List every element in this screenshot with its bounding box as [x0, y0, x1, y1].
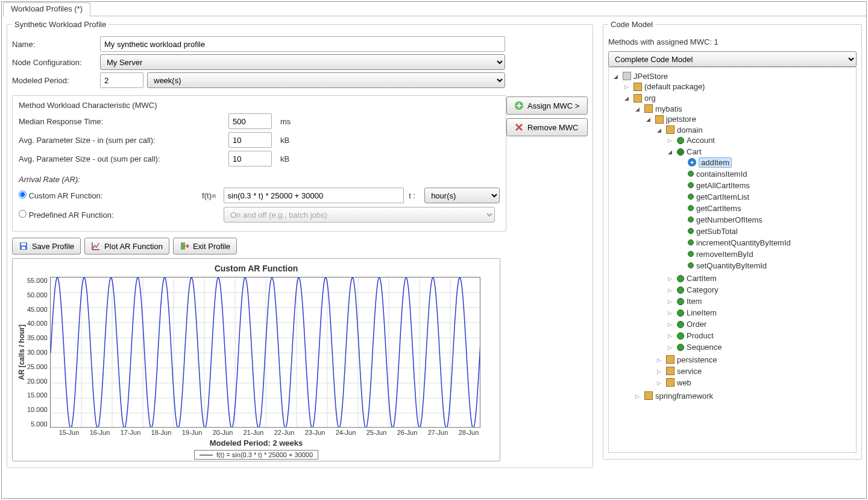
code-model-tree[interactable]: JPetStore (default package) org mybatis …: [608, 67, 857, 453]
mrt-label: Median Response Time:: [19, 117, 224, 126]
class-icon: [677, 332, 684, 340]
ft-input[interactable]: [224, 188, 404, 203]
pin-input[interactable]: [228, 132, 272, 148]
package-icon: [666, 355, 675, 364]
tree-class-order[interactable]: Order: [667, 320, 706, 329]
chart-xlabel: Modeled Period: 2 weeks: [16, 438, 496, 448]
tree-method-incrementQuantityByItemId[interactable]: incrementQuantityByItemId: [678, 238, 791, 247]
tree-method-getNumberOfItems[interactable]: getNumberOfItems: [678, 215, 763, 224]
period-value-input[interactable]: [100, 72, 143, 88]
tree-pkg-web[interactable]: web: [656, 378, 691, 387]
tree-pkg-service[interactable]: service: [656, 367, 702, 376]
app-window: Workload Profiles (*) Synthetic Workload…: [1, 1, 867, 499]
predef-ar-radio-label[interactable]: Predefined AR Function:: [19, 210, 181, 220]
nodecfg-select[interactable]: My Server: [100, 54, 505, 70]
tree-class-category[interactable]: Category: [667, 285, 719, 294]
mwc-count-status: Methods with assigned MWC: 1: [608, 37, 857, 46]
chart-legend: f(t) = sin(0.3 * t) * 25000 + 30000: [16, 450, 496, 460]
package-icon: [666, 367, 675, 375]
pin-label: Avg. Parameter Size - in (sum per call):: [19, 136, 224, 145]
method-icon: [688, 205, 694, 211]
tree-root-jpetstore[interactable]: JPetStore: [612, 72, 668, 81]
chart-icon: [91, 241, 101, 251]
code-model-legend: Code Model: [608, 20, 655, 29]
name-input[interactable]: [100, 36, 505, 52]
chart-ylabel: AR [calls / hour]: [16, 277, 27, 428]
tree-default-package[interactable]: (default package): [623, 82, 705, 91]
pin-unit: kB: [280, 136, 304, 145]
toolbar-row: Save Profile Plot AR Function Exit Profi…: [12, 238, 588, 255]
tree-class-sequence[interactable]: Sequence: [667, 343, 722, 352]
tree-method-addItem[interactable]: ✦addItem: [678, 157, 732, 168]
ar-title: Arrival Rate (AR):: [19, 175, 500, 184]
nodecfg-label: Node Configuration:: [12, 58, 96, 67]
tree-method-getCartItems[interactable]: getCartItems: [678, 204, 741, 213]
predef-ar-radio[interactable]: [19, 210, 27, 218]
package-icon: [666, 378, 675, 387]
method-icon: [688, 182, 694, 188]
package-icon: [644, 391, 653, 400]
tree-method-setQuantityByItemId[interactable]: setQuantityByItemId: [678, 261, 767, 270]
package-icon: [634, 94, 642, 103]
code-model-fieldset: Code Model Methods with assigned MWC: 1 …: [603, 20, 862, 460]
exit-profile-button[interactable]: Exit Profile: [173, 238, 237, 255]
tree-method-getSubTotal[interactable]: getSubTotal: [678, 227, 738, 236]
class-icon: [677, 286, 684, 294]
class-icon: [677, 148, 684, 156]
package-icon: [634, 83, 642, 91]
right-pane: Code Model Methods with assigned MWC: 1 …: [598, 16, 867, 498]
tree-class-cartitem[interactable]: CartItem: [667, 274, 717, 283]
chart-yticks: 55.00050.00045.00040.00035.00030.00025.0…: [27, 277, 50, 428]
remove-mwc-button[interactable]: Remove MWC: [506, 118, 588, 136]
tree-class-cart[interactable]: Cart: [667, 147, 702, 156]
save-profile-button[interactable]: Save Profile: [12, 238, 81, 255]
package-icon: [644, 104, 653, 113]
t-unit-select[interactable]: hour(s): [424, 188, 500, 203]
tree-method-containsItemId[interactable]: containsItemId: [678, 169, 747, 179]
tree-pkg-jpetstore[interactable]: jpetstore: [645, 115, 696, 124]
tree-method-getCartItemList[interactable]: getCartItemList: [678, 192, 749, 201]
pout-unit: kB: [280, 154, 304, 163]
tree-method-removeItemById[interactable]: removeItemById: [678, 250, 753, 259]
t-label: t :: [409, 191, 420, 200]
class-icon: [677, 275, 684, 282]
class-icon: [677, 137, 684, 144]
code-model-select[interactable]: Complete Code Model: [608, 51, 857, 67]
left-pane: Synthetic Workload Profile Name: Node Co…: [2, 16, 598, 498]
period-unit-select[interactable]: week(s): [147, 72, 505, 88]
chart-title: Custom AR Function: [16, 264, 496, 273]
tab-bar: Workload Profiles (*): [2, 2, 866, 16]
pout-input[interactable]: [228, 151, 272, 166]
x-icon: [514, 122, 524, 132]
custom-ar-radio-label[interactable]: Custom AR Function:: [19, 191, 181, 200]
tab-workload-profiles[interactable]: Workload Profiles (*): [3, 2, 90, 16]
method-icon: [688, 217, 694, 223]
tree-class-product[interactable]: Product: [667, 331, 714, 340]
tree-pkg-persistence[interactable]: persistence: [656, 355, 717, 364]
tree-pkg-mybatis[interactable]: mybatis: [634, 104, 682, 113]
package-icon: [666, 125, 675, 134]
profile-legend: Synthetic Workload Profile: [12, 20, 108, 29]
custom-ar-radio[interactable]: [19, 191, 27, 198]
package-icon: [655, 115, 664, 124]
tree-method-getAllCartItems[interactable]: getAllCartItems: [678, 181, 750, 190]
tree-pkg-domain[interactable]: domain: [656, 125, 703, 134]
exit-icon: [180, 241, 189, 251]
tree-class-account[interactable]: Account: [667, 136, 715, 145]
method-icon: [688, 171, 694, 177]
tree-class-item[interactable]: Item: [667, 297, 702, 306]
ft-label: f(t)=: [186, 191, 216, 200]
predef-select: On and off (e.g., batch jobs): [224, 207, 495, 223]
class-icon: [677, 309, 684, 317]
period-label: Modeled Period:: [12, 76, 96, 85]
tree-class-lineitem[interactable]: LineItem: [667, 308, 717, 317]
mrt-input[interactable]: [228, 113, 272, 129]
mwc-group: Method Workload Characteristic (MWC) Med…: [12, 95, 506, 232]
plot-ar-button[interactable]: Plot AR Function: [84, 238, 169, 255]
assign-mwc-button[interactable]: Assign MWC >: [506, 97, 588, 115]
project-icon: [623, 72, 631, 80]
tree-pkg-org[interactable]: org: [623, 93, 656, 103]
tree-pkg-springframework[interactable]: springframework: [634, 391, 713, 400]
svg-rect-4: [181, 242, 185, 250]
method-icon: [688, 251, 694, 257]
